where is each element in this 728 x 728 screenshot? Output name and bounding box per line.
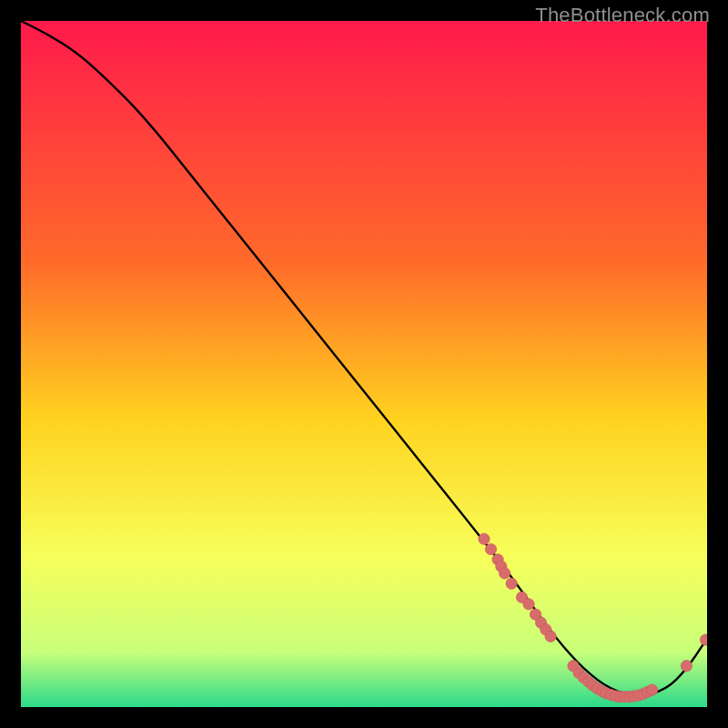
data-point [545,631,556,642]
data-point [485,543,496,554]
data-point [646,684,657,695]
gradient-background [21,21,707,707]
plot-area [21,21,707,707]
data-point [523,599,534,610]
data-point [479,533,490,544]
chart-stage: TheBottleneck.com [0,0,728,728]
data-point [506,578,517,589]
chart-svg [21,21,707,707]
watermark-text: TheBottleneck.com [535,4,710,27]
data-point [499,568,510,579]
data-point [681,661,692,672]
